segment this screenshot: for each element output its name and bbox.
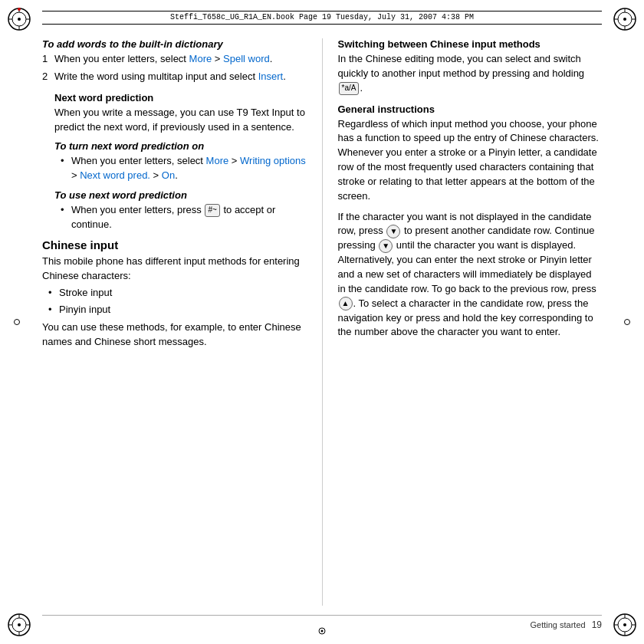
corner-decoration-bl <box>4 610 34 640</box>
footer: Getting started 19 <box>42 615 602 630</box>
chinese-body2: You can use these methods, for example, … <box>42 320 307 350</box>
turn-on-text: When you enter letters, select More > Wr… <box>71 154 307 183</box>
two-column-layout: To add words to the built-in dictionary … <box>42 32 602 612</box>
link-next-word-pred: Next word pred. <box>80 169 150 181</box>
general-body1: Regardless of which input method you cho… <box>338 117 603 204</box>
general-title: General instructions <box>338 104 603 115</box>
chinese-section: Chinese input This mobile phone has diff… <box>42 238 307 350</box>
next-word-section: Next word prediction When you write a me… <box>42 92 307 135</box>
next-word-title: Next word prediction <box>54 92 307 104</box>
chinese-title: Chinese input <box>42 238 307 251</box>
footer-page-number: 19 <box>592 619 602 630</box>
use-prediction-section: To use next word prediction • When you e… <box>42 189 307 232</box>
step-1: 1 When you enter letters, select More > … <box>42 52 307 67</box>
add-words-section: To add words to the built-in dictionary … <box>42 38 307 84</box>
corner-decoration-br <box>610 610 640 640</box>
use-prediction-title: To use next word prediction <box>54 189 307 201</box>
stroke-bullet: • Stroke input <box>42 286 307 301</box>
hash-key-icon: #~ <box>205 204 219 217</box>
step-2-num: 2 <box>42 70 54 84</box>
bullet-dot-4: • <box>48 303 59 317</box>
link-more-1: More <box>206 155 229 166</box>
bullet-dot-1: • <box>61 154 71 183</box>
footer-section-label: Getting started <box>530 620 585 629</box>
step-1-num: 1 <box>42 52 54 67</box>
step-1-link-more: More <box>189 53 212 64</box>
next-word-body: When you write a message, you can use T9… <box>54 106 307 135</box>
turn-on-bullet: • When you enter letters, select More > … <box>54 154 307 183</box>
step-2-text: Write the word using multitap input and … <box>54 70 286 84</box>
pinyin-bullet: • Pinyin input <box>42 303 307 317</box>
left-column: To add words to the built-in dictionary … <box>42 32 307 612</box>
link-on: On <box>162 169 175 181</box>
switching-title: Switching between Chinese input methods <box>338 38 603 50</box>
svg-point-24 <box>623 623 626 626</box>
corner-decoration-tr <box>610 4 640 34</box>
bullet-dot-2: • <box>61 203 71 232</box>
chinese-body1: This mobile phone has different input me… <box>42 255 307 284</box>
stroke-text: Stroke input <box>59 286 112 301</box>
side-marker-left <box>14 319 20 325</box>
page-container: Steffi_T658c_UG_R1A_EN.book Page 19 Tues… <box>0 0 644 644</box>
step-1-link-spell: Spell word <box>223 53 270 64</box>
bullet-dot-3: • <box>48 286 59 301</box>
down-arrow-key-icon: ▼ <box>386 225 400 238</box>
general-body2: If the character you want is not display… <box>338 210 603 340</box>
pinyin-text: Pinyin input <box>59 303 110 317</box>
general-section: General instructions Regardless of which… <box>338 104 603 340</box>
turn-on-section: To turn next word prediction on • When y… <box>42 140 307 183</box>
header-bar: Steffi_T658c_UG_R1A_EN.book Page 19 Tues… <box>42 11 602 25</box>
svg-point-10 <box>623 18 626 21</box>
svg-point-2 <box>18 18 21 21</box>
switching-body: In the Chinese editing mode, you can sel… <box>338 52 603 96</box>
up-arrow-key-icon: ▲ <box>339 297 353 310</box>
link-writing-options: Writing options <box>240 155 306 166</box>
step-2-link-insert: Insert <box>258 71 284 82</box>
add-words-title: To add words to the built-in dictionary <box>42 38 307 50</box>
switching-section: Switching between Chinese input methods … <box>338 38 603 96</box>
star-key-icon: *a/A <box>339 82 360 95</box>
corner-decoration-tl <box>4 4 34 34</box>
down-arrow-key-icon-2: ▼ <box>379 239 393 253</box>
use-prediction-bullet: • When you enter letters, press #~ to ac… <box>54 203 307 232</box>
use-prediction-text: When you enter letters, press #~ to acce… <box>71 203 307 232</box>
step-2: 2 Write the word using multitap input an… <box>42 70 307 84</box>
side-marker-right <box>624 319 630 325</box>
header-text: Steffi_T658c_UG_R1A_EN.book Page 19 Tues… <box>167 12 477 24</box>
column-divider <box>322 38 323 606</box>
svg-point-17 <box>18 623 21 626</box>
right-column: Switching between Chinese input methods … <box>338 32 603 612</box>
svg-point-7 <box>18 8 21 11</box>
turn-on-title: To turn next word prediction on <box>54 140 307 152</box>
content-area: To add words to the built-in dictionary … <box>42 32 602 612</box>
step-1-text: When you enter letters, select More > Sp… <box>54 52 272 67</box>
